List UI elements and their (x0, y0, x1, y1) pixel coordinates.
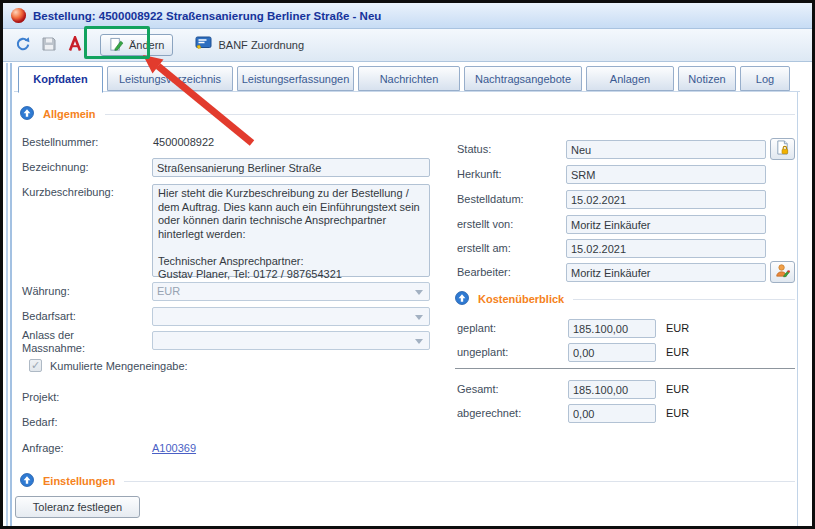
pdf-export-button[interactable] (66, 36, 84, 54)
anfrage-label: Anfrage: (22, 442, 64, 454)
chevron-down-icon (415, 290, 423, 295)
refresh-button[interactable] (14, 36, 32, 54)
collapse-arrow-icon[interactable] (20, 473, 34, 489)
window-border-line (797, 92, 798, 526)
window-border-line (6, 63, 8, 526)
herkunft-label: Herkunft: (457, 168, 502, 180)
status-document-lock-button[interactable] (770, 138, 795, 160)
projekt-label: Projekt: (22, 391, 59, 403)
aendern-button-label: Ändern (129, 39, 164, 51)
bearbeiter-label: Bearbeiter: (457, 266, 511, 278)
erstellt-von-label: erstellt von: (457, 218, 513, 230)
collapse-arrow-icon[interactable] (20, 106, 34, 122)
window-border-line (10, 63, 12, 526)
kumulierte-mengeneingabe-label: Kumulierte Mengeneingabe: (50, 360, 188, 372)
tab-leistungserfassungen[interactable]: Leistungserfassungen (237, 66, 354, 91)
ungeplant-label: ungeplant: (457, 346, 508, 358)
aendern-button[interactable]: Ändern (100, 34, 173, 56)
bestelldatum-label: Bestelldatum: (457, 193, 524, 205)
bedarfsart-label: Bedarfsart: (22, 310, 76, 322)
bestellnummer-label: Bestellnummer: (22, 136, 98, 148)
save-button[interactable] (40, 36, 58, 54)
kurzbeschreibung-label: Kurzbeschreibung: (22, 186, 114, 198)
waehrung-value: EUR (157, 285, 180, 297)
tab-nachtragsangebote[interactable]: Nachtragsangebote (464, 66, 582, 91)
anfrage-link[interactable]: A100369 (152, 442, 196, 454)
tab-kopfdaten[interactable]: Kopfdaten (18, 66, 103, 93)
section-divider (124, 481, 795, 482)
geplant-label: geplant: (457, 322, 496, 334)
tab-log[interactable]: Log (740, 66, 790, 91)
section-divider (105, 114, 795, 115)
geplant-currency: EUR (666, 322, 689, 334)
document-lock-icon (775, 140, 790, 158)
tab-bar: Kopfdaten Leistungsverzeichnis Leistungs… (18, 66, 794, 92)
bearbeiter-input (566, 263, 766, 282)
section-kostenueberblick-title: Kostenüberblick (478, 293, 564, 305)
tab-notizen[interactable]: Notizen (678, 66, 736, 91)
section-einstellungen-title: Einstellungen (43, 475, 115, 487)
toleranz-festlegen-button[interactable]: Toleranz festlegen (15, 496, 140, 518)
bedarf-label: Bedarf: (22, 416, 57, 428)
erstellt-am-label: erstellt am: (457, 242, 511, 254)
bestelldatum-input (566, 190, 766, 209)
tab-anlagen[interactable]: Anlagen (586, 66, 674, 91)
status-input (566, 140, 766, 159)
section-einstellungen: Einstellungen (20, 473, 795, 489)
banf-zuordnung-button[interactable]: BANF Zuordnung (191, 36, 308, 54)
chevron-down-icon (415, 339, 423, 344)
bezeichnung-label: Bezeichnung: (22, 161, 89, 173)
gesamt-label: Gesamt: (457, 383, 499, 395)
app-logo-icon (11, 8, 26, 23)
kosten-divider (455, 368, 795, 369)
kumulierte-mengeneingabe-checkbox (29, 359, 42, 372)
save-icon (41, 36, 57, 55)
bezeichnung-input[interactable] (152, 158, 430, 177)
gesamt-input (568, 380, 656, 399)
geplant-input (568, 319, 656, 338)
window-title: Bestellung: 4500008922 Straßensanierung … (33, 10, 381, 22)
waehrung-label: Währung: (22, 285, 70, 297)
erstellt-am-input (566, 239, 766, 258)
window-titlebar: Bestellung: 4500008922 Straßensanierung … (3, 3, 812, 29)
banf-icon (195, 36, 213, 54)
abgerechnet-input (568, 404, 656, 423)
tab-leistungsverzeichnis[interactable]: Leistungsverzeichnis (107, 66, 233, 91)
erstellt-von-input (566, 215, 766, 234)
pdf-export-icon (67, 36, 83, 55)
abgerechnet-label: abgerechnet: (457, 407, 521, 419)
waehrung-select: EUR (152, 282, 430, 301)
tab-nachrichten[interactable]: Nachrichten (358, 66, 460, 91)
person-edit-icon (775, 263, 790, 281)
bestellnummer-value: 4500008922 (153, 136, 214, 148)
refresh-icon (15, 36, 31, 55)
ungeplant-input (568, 343, 656, 362)
section-divider (573, 299, 795, 300)
kurzbeschreibung-textarea[interactable]: Hier steht die Kurzbeschreibung zu der B… (152, 184, 430, 277)
chevron-down-icon (415, 315, 423, 320)
edit-document-icon (109, 37, 124, 54)
anlass-label-line2: Massnahme: (22, 342, 85, 354)
ungeplant-currency: EUR (666, 346, 689, 358)
section-allgemein: Allgemein (20, 106, 795, 122)
toolbar: Ändern BANF Zuordnung (3, 29, 812, 62)
section-kostenueberblick: Kostenüberblick (455, 291, 795, 307)
abgerechnet-currency: EUR (666, 407, 689, 419)
collapse-arrow-icon[interactable] (455, 291, 469, 307)
section-allgemein-title: Allgemein (43, 108, 96, 120)
herkunft-input (566, 165, 766, 184)
bedarfsart-select (152, 307, 430, 326)
status-label: Status: (457, 143, 491, 155)
bestellung-window: Bestellung: 4500008922 Straßensanierung … (0, 0, 815, 529)
gesamt-currency: EUR (666, 383, 689, 395)
banf-button-label: BANF Zuordnung (218, 39, 304, 51)
anlass-label-line1: Anlass der (22, 329, 74, 341)
anlass-select (152, 331, 430, 350)
change-bearbeiter-button[interactable] (770, 261, 795, 283)
